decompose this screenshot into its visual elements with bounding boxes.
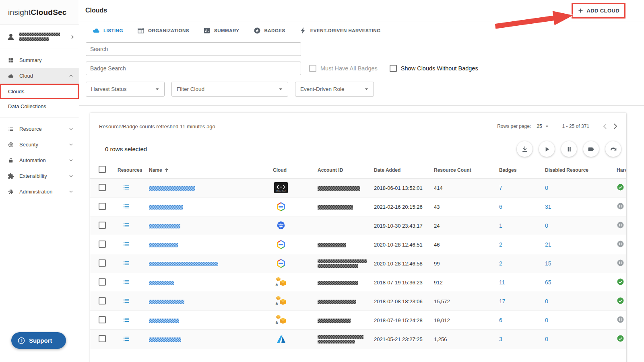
cloud-name-link-redacted[interactable] [149, 224, 180, 228]
account-id-redacted [318, 300, 356, 304]
caret-down-icon [153, 85, 161, 93]
cloud-name-link-redacted[interactable] [149, 205, 183, 210]
sidebar-item-administration[interactable]: Administration [0, 184, 79, 200]
disabled-resources-link[interactable]: 0 [545, 298, 548, 304]
badges-count-link[interactable]: 3 [499, 336, 502, 342]
main-content: Clouds ADD CLOUD LISTINGORGANIZATIONSSUM… [79, 0, 644, 362]
tab-badges[interactable]: BADGES [253, 27, 285, 35]
badges-count-link[interactable]: 7 [499, 185, 502, 191]
disabled-resources-link[interactable]: 65 [545, 279, 551, 286]
sidebar-subitem-data-collections[interactable]: Data Collections [0, 99, 79, 113]
cloud-name-link-redacted[interactable] [149, 300, 184, 304]
search-input[interactable] [86, 42, 301, 56]
add-cloud-button[interactable]: ADD CLOUD [574, 5, 623, 16]
cloud-icon [92, 27, 100, 35]
tab-listing[interactable]: LISTING [92, 27, 123, 35]
filter-cloud-dropdown[interactable]: Filter Cloud [171, 82, 288, 97]
column-header-cloud: Cloud [272, 162, 317, 179]
cloud-name-link-redacted[interactable] [149, 243, 178, 247]
row-checkbox[interactable] [99, 316, 106, 323]
column-header-name[interactable]: Name [148, 162, 272, 179]
row-checkbox[interactable] [99, 259, 106, 267]
cloud-name-link-redacted[interactable] [149, 319, 179, 323]
rows-per-page-select[interactable]: 25 [537, 123, 550, 130]
disabled-resources-link[interactable]: 0 [545, 336, 548, 342]
must-have-all-badges-checkbox[interactable] [309, 65, 316, 72]
event-driven-role-dropdown[interactable]: Event-Driven Role [295, 82, 374, 97]
badge-search-input[interactable] [86, 62, 301, 75]
row-checkbox[interactable] [99, 335, 106, 342]
sidebar-item-resource[interactable]: Resource [0, 121, 79, 137]
row-checkbox[interactable] [99, 241, 106, 248]
tab-organizations[interactable]: ORGANIZATIONS [137, 27, 189, 35]
resources-list-icon[interactable] [122, 221, 130, 229]
pause-action-button[interactable] [561, 141, 577, 157]
sidebar-subitem-clouds[interactable]: Clouds [0, 84, 79, 99]
sidebar-item-extensibility[interactable]: Extensibility [0, 168, 79, 184]
section-divider [79, 105, 644, 106]
disabled-resources-link[interactable]: 0 [545, 222, 548, 229]
cloud-name-link-redacted[interactable] [149, 262, 218, 266]
resources-list-icon[interactable] [122, 316, 130, 324]
support-label: Support [29, 337, 52, 344]
resources-list-icon[interactable] [122, 183, 130, 191]
play-action-button[interactable] [539, 141, 555, 157]
resources-list-icon[interactable] [122, 259, 130, 267]
tab-event-driven-harvesting[interactable]: EVENT-DRIVEN HARVESTING [299, 27, 381, 35]
date-added-value: 2021-02-16 20:15:26 [373, 197, 433, 216]
badges-count-link[interactable]: 2 [499, 241, 502, 248]
chevron-right-icon[interactable] [610, 121, 621, 132]
disabled-resources-link[interactable]: 31 [545, 204, 551, 210]
harvest-paused-icon [617, 316, 624, 323]
label-action-button[interactable] [583, 141, 599, 157]
disabled-resources-link[interactable]: 0 [545, 185, 548, 191]
plus-icon [578, 8, 584, 14]
date-added-value: 2020-10-28 12:46:51 [373, 235, 433, 254]
select-all-checkbox[interactable] [99, 166, 106, 173]
tab-summary[interactable]: SUMMARY [203, 27, 239, 35]
disabled-resources-link[interactable]: 0 [545, 317, 548, 323]
harvest-status-dropdown[interactable]: Harvest Status [86, 82, 165, 97]
chevron-down-icon [68, 173, 74, 179]
resources-list-icon[interactable] [122, 297, 130, 305]
support-button[interactable]: ? Support [11, 332, 66, 349]
badges-count-link[interactable]: 6 [499, 204, 502, 210]
sidebar-item-security[interactable]: Security [0, 137, 79, 152]
cloud-name-link-redacted[interactable] [149, 281, 174, 285]
badges-count-link[interactable]: 11 [499, 279, 505, 286]
badges-count-link[interactable]: 2 [499, 260, 502, 267]
resource-count-value: 414 [433, 179, 498, 197]
chevron-left-icon[interactable] [600, 121, 610, 132]
cloud-name-link-redacted[interactable] [149, 337, 181, 342]
show-clouds-without-badges-checkbox[interactable] [390, 65, 397, 72]
resource-count-value: 99 [433, 254, 498, 273]
cloud-name-link-redacted[interactable] [149, 186, 195, 191]
gcp-cloud-icon [274, 239, 288, 251]
sidebar-item-automation[interactable]: Automation [0, 152, 79, 168]
download-action-button[interactable] [517, 141, 533, 157]
grid-icon [8, 57, 14, 64]
sidebar-item-summary[interactable]: Summary [0, 52, 79, 68]
row-checkbox[interactable] [99, 297, 106, 304]
resources-list-icon[interactable] [122, 278, 130, 286]
resources-list-icon[interactable] [122, 335, 130, 343]
user-menu[interactable] [0, 25, 79, 49]
row-checkbox[interactable] [99, 278, 106, 286]
row-checkbox[interactable] [99, 184, 106, 191]
tab-label: ORGANIZATIONS [148, 28, 189, 33]
account-id-redacted [318, 281, 358, 285]
row-checkbox[interactable] [99, 222, 106, 229]
badges-count-link[interactable]: 1 [499, 222, 502, 229]
resources-list-icon[interactable] [122, 202, 130, 210]
harvest-active-icon [617, 297, 624, 304]
disabled-resources-link[interactable]: 21 [545, 241, 551, 248]
resources-list-icon[interactable] [122, 240, 130, 248]
row-checkbox[interactable] [99, 203, 106, 210]
redo-action-button[interactable] [605, 141, 621, 157]
sidebar-item-cloud[interactable]: Cloud [0, 68, 79, 84]
badges-count-link[interactable]: 17 [499, 298, 506, 304]
badges-count-link[interactable]: 6 [499, 317, 502, 323]
puzzle-icon [8, 173, 14, 179]
disabled-resources-link[interactable]: 15 [545, 260, 551, 267]
column-header-date: Date Added [373, 162, 433, 179]
